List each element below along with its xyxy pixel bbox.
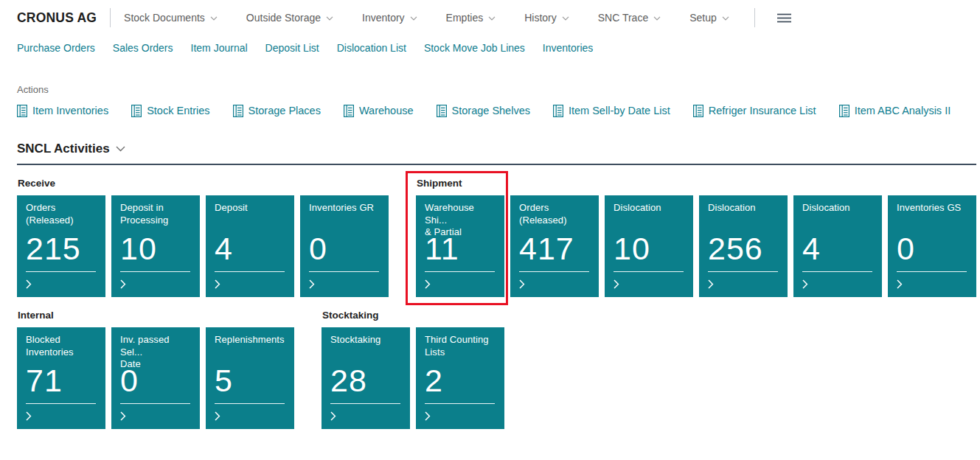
cue-dislocation[interactable]: Dislocation 256 bbox=[699, 195, 788, 297]
menu-item-label: SNC Trace bbox=[598, 12, 648, 24]
cue-tile-value: 256 bbox=[708, 230, 779, 267]
cue-tile-title: Inv. passed Sel... Date bbox=[120, 334, 191, 360]
chevron-right-icon bbox=[330, 411, 336, 421]
cue-dislocation[interactable]: Dislocation 4 bbox=[793, 195, 882, 297]
action-link-label: Item Sell-by Date List bbox=[569, 105, 670, 116]
cue-tile-title: Inventories GS bbox=[897, 202, 967, 228]
chevron-down-icon bbox=[210, 16, 218, 21]
cue-replenishments[interactable]: Replenishments 5 bbox=[206, 327, 294, 429]
menu-outside-storage[interactable]: Outside Storage bbox=[246, 12, 333, 24]
action-link-label: Stock Entries bbox=[147, 105, 209, 116]
list-icon bbox=[17, 105, 27, 117]
cue-tile-value: 71 bbox=[26, 362, 97, 399]
link-item-journal[interactable]: Item Journal bbox=[191, 42, 248, 54]
cue-tile-divider bbox=[708, 271, 778, 272]
action-refriger-insurance-list[interactable]: Refriger Insurance List bbox=[693, 105, 816, 117]
action-warehouse[interactable]: Warehouse bbox=[344, 105, 414, 117]
cue-third-counting-lists[interactable]: Third Counting Lists 2 bbox=[416, 327, 504, 429]
chevron-right-icon bbox=[26, 279, 32, 289]
menu-inventory[interactable]: Inventory bbox=[362, 12, 417, 24]
action-link-label: Refriger Insurance List bbox=[709, 105, 816, 116]
cue-group-shipment: Shipment Warehouse Shi... & Partial 11 O… bbox=[416, 178, 976, 297]
actions-links-row: Item Inventories Stock Entries bbox=[0, 102, 980, 119]
list-icon bbox=[344, 105, 354, 117]
link-dislocation-list[interactable]: Dislocation List bbox=[337, 42, 406, 54]
chevron-down-icon bbox=[488, 16, 496, 21]
cue-group-label: Receive bbox=[18, 178, 389, 189]
chevron-right-icon bbox=[614, 279, 619, 289]
hamburger-menu-button[interactable] bbox=[774, 10, 794, 26]
cue-tile-value: 215 bbox=[26, 230, 97, 267]
company-name: CRONUS AG bbox=[17, 10, 97, 26]
link-stock-move-job-lines[interactable]: Stock Move Job Lines bbox=[424, 42, 525, 54]
list-icon bbox=[693, 105, 703, 117]
cue-tiles: Warehouse Shi... & Partial 11 Orders (Re… bbox=[416, 195, 976, 297]
action-stock-entries[interactable]: Stock Entries bbox=[131, 105, 209, 117]
link-inventories[interactable]: Inventories bbox=[543, 42, 593, 54]
menu-stock-documents[interactable]: Stock Documents bbox=[124, 12, 218, 24]
link-sales-orders[interactable]: Sales Orders bbox=[113, 42, 173, 54]
action-item-abc-analysis-ii[interactable]: Item ABC Analysis II bbox=[839, 105, 951, 117]
chevron-right-icon bbox=[802, 279, 808, 289]
menu-setup[interactable]: Setup bbox=[689, 12, 729, 24]
action-link-label: Storage Shelves bbox=[452, 105, 530, 116]
chevron-right-icon bbox=[26, 411, 32, 421]
menu-item-label: History bbox=[524, 12, 557, 24]
cue-tile-divider bbox=[26, 403, 96, 404]
action-link-label: Item Inventories bbox=[32, 105, 108, 116]
cue-tile-divider bbox=[120, 403, 190, 404]
cue-deposit[interactable]: Deposit 4 bbox=[206, 195, 294, 297]
action-link-label: Storage Places bbox=[249, 105, 321, 116]
list-icon bbox=[437, 105, 447, 117]
cue-tiles: Orders (Released) 215 Deposit in Process… bbox=[17, 195, 389, 297]
activities-part-header[interactable]: SNCL Activities bbox=[17, 142, 125, 156]
menu-history[interactable]: History bbox=[524, 12, 569, 24]
cue-group-stocktaking: Stocktaking Stocktaking 28 Third Countin… bbox=[322, 310, 504, 429]
cue-dislocation[interactable]: Dislocation 10 bbox=[605, 195, 693, 297]
role-center-page: CRONUS AG Stock Documents Outside Storag… bbox=[0, 0, 980, 460]
action-link-label: Warehouse bbox=[359, 105, 414, 116]
cue-groups-area: Receive Orders (Released) 215 Deposit in… bbox=[0, 178, 980, 429]
cue-tile-divider bbox=[614, 271, 684, 272]
cue-tile-divider bbox=[120, 271, 190, 272]
cue-tile-value: 0 bbox=[120, 362, 191, 399]
action-storage-shelves[interactable]: Storage Shelves bbox=[437, 105, 530, 117]
cue-tile-value: 4 bbox=[802, 230, 873, 267]
cue-tile-value: 28 bbox=[330, 362, 401, 399]
cue-inventories-gr[interactable]: Inventories GR 0 bbox=[300, 195, 389, 297]
cue-orders-released[interactable]: Orders (Released) 417 bbox=[510, 195, 599, 297]
cue-group-label: Shipment bbox=[417, 178, 976, 189]
cue-tile-title: Dislocation bbox=[802, 202, 873, 228]
cue-tile-title: Dislocation bbox=[614, 202, 684, 228]
cue-stocktaking[interactable]: Stocktaking 28 bbox=[322, 327, 410, 429]
cue-tile-title: Stocktaking bbox=[330, 334, 401, 360]
cue-deposit-in-processing[interactable]: Deposit in Processing 10 bbox=[111, 195, 200, 297]
cue-orders-released[interactable]: Orders (Released) 215 bbox=[17, 195, 105, 297]
action-item-sell-by-date-list[interactable]: Item Sell-by Date List bbox=[553, 105, 670, 117]
cue-inventories-gs[interactable]: Inventories GS 0 bbox=[888, 195, 976, 297]
list-icon bbox=[839, 105, 849, 117]
action-item-inventories[interactable]: Item Inventories bbox=[17, 105, 108, 117]
menu-item-label: Setup bbox=[689, 12, 717, 24]
menu-empties[interactable]: Empties bbox=[446, 12, 496, 24]
cue-blocked-inventories[interactable]: Blocked Inventories 71 bbox=[17, 327, 105, 429]
cue-tile-value: 0 bbox=[309, 230, 380, 267]
cue-tile-value: 0 bbox=[897, 230, 967, 267]
cue-tile-title: Inventories GR bbox=[309, 202, 380, 228]
list-icon bbox=[233, 105, 243, 117]
chevron-right-icon bbox=[897, 279, 903, 289]
link-purchase-orders[interactable]: Purchase Orders bbox=[17, 42, 95, 54]
cue-tile-value: 417 bbox=[519, 230, 590, 267]
action-storage-places[interactable]: Storage Places bbox=[233, 105, 321, 117]
link-deposit-list[interactable]: Deposit List bbox=[265, 42, 319, 54]
cue-tile-divider bbox=[309, 271, 379, 272]
cue-warehouse-shi-partial[interactable]: Warehouse Shi... & Partial 11 bbox=[416, 195, 504, 297]
cue-inv-passed-sel-date[interactable]: Inv. passed Sel... Date 0 bbox=[111, 327, 200, 429]
main-menu: Stock Documents Outside Storage Inventor… bbox=[124, 12, 729, 24]
cue-tile-divider bbox=[519, 271, 589, 272]
action-link-label: Item ABC Analysis II bbox=[855, 105, 951, 116]
menu-snc-trace[interactable]: SNC Trace bbox=[598, 12, 661, 24]
cue-tile-value: 10 bbox=[614, 230, 684, 267]
cue-tile-title: Warehouse Shi... & Partial bbox=[425, 202, 496, 228]
cue-tile-divider bbox=[215, 403, 285, 404]
